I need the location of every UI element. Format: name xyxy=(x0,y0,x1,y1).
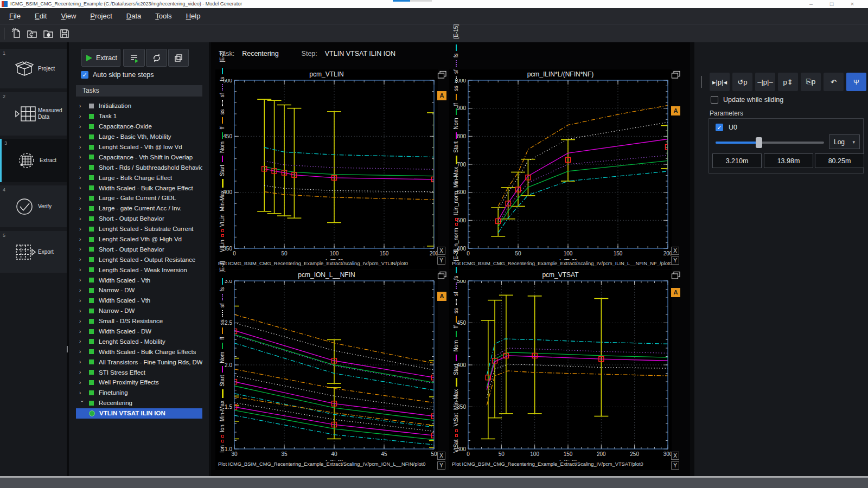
task-row[interactable]: ›Finetuning xyxy=(76,388,202,398)
chevron-collapsed-icon[interactable]: › xyxy=(79,216,85,222)
task-row[interactable]: ›Large - gate Current Acc / Inv. xyxy=(76,203,202,214)
chevron-collapsed-icon[interactable]: › xyxy=(79,298,85,304)
sidebar-item-measured-data[interactable]: 2 Measured Data xyxy=(0,92,67,136)
parameter-vertical-range-icon[interactable]: p⇕ xyxy=(778,73,798,91)
task-row[interactable]: ›Capacitance-Oxide xyxy=(76,121,202,132)
u0-checkbox[interactable]: ✓ xyxy=(716,124,723,131)
task-row[interactable]: ›Large - Bulk Charge Effect xyxy=(76,172,202,183)
chevron-collapsed-icon[interactable]: › xyxy=(79,369,85,375)
chevron-collapsed-icon[interactable]: › xyxy=(79,124,85,130)
chevron-collapsed-icon[interactable]: › xyxy=(79,287,85,293)
menu-item-file[interactable]: File xyxy=(2,8,28,24)
menu-item-help[interactable]: Help xyxy=(179,8,208,24)
duplicate-button[interactable] xyxy=(168,49,189,67)
u0-value-field[interactable]: 13.98m xyxy=(764,153,813,168)
maximize-button[interactable]: □ xyxy=(822,0,841,8)
menu-item-edit[interactable]: Edit xyxy=(28,8,54,24)
task-row[interactable]: ›Lenght Scaled Vth @ High Vd xyxy=(76,234,202,245)
update-while-sliding-checkbox[interactable] xyxy=(711,96,718,104)
chevron-collapsed-icon[interactable]: › xyxy=(79,103,85,109)
chevron-collapsed-icon[interactable]: › xyxy=(79,113,85,119)
chevron-collapsed-icon[interactable]: › xyxy=(79,267,85,273)
project-settings-button[interactable] xyxy=(40,26,56,41)
task-row[interactable]: ›Large - Basic Vth, Mobility xyxy=(76,132,202,142)
undo-icon[interactable]: ↶ xyxy=(824,73,844,91)
task-row[interactable]: ›Short - Output Behavior xyxy=(76,244,202,254)
x-axis-button[interactable]: X xyxy=(437,452,445,460)
task-row[interactable]: ›Width Scaled - Vth xyxy=(76,275,202,285)
chevron-expanded-icon[interactable]: › xyxy=(79,400,85,406)
x-axis-button[interactable]: X xyxy=(437,247,445,255)
chevron-collapsed-icon[interactable]: › xyxy=(79,164,85,170)
sidebar-item-project[interactable]: 1 Project xyxy=(0,49,67,88)
menu-item-data[interactable]: Data xyxy=(119,8,148,24)
plot-pcm-vtlin[interactable]: pcm_VTLIN050100150200350400450500L [E-9]… xyxy=(215,69,438,269)
task-row[interactable]: ›Width Scaled - Vth xyxy=(76,296,202,306)
task-row[interactable]: ›Width Scaled - Bulk Charge Effect xyxy=(76,183,202,193)
task-row[interactable]: ›Small - D/S Resistance xyxy=(76,316,202,326)
save-button[interactable] xyxy=(56,26,73,41)
plot-pcm-ilin[interactable]: pcm_ILIN*L/(NFIN*NF)05010015020040050060… xyxy=(449,69,672,269)
auto-skip-checkbox[interactable]: ✓ xyxy=(81,71,88,79)
scale-dropdown[interactable]: Log ▾ xyxy=(829,134,860,149)
chevron-collapsed-icon[interactable]: › xyxy=(79,195,85,201)
u0-max-field[interactable]: 80.25m xyxy=(815,153,864,168)
update-while-sliding-option[interactable]: Update while sliding xyxy=(711,96,783,104)
plot-canvas[interactable]: 30354045501.01.52.02.53.0L [E-9] xyxy=(215,280,438,461)
plot-maximize-icon[interactable] xyxy=(437,70,447,79)
task-row[interactable]: ›Lenght Scaled - Output Resistance xyxy=(76,254,202,265)
task-row[interactable]: ›STI Stress Effect xyxy=(76,367,202,377)
extract-run-button[interactable]: Extract xyxy=(81,49,120,67)
minimize-button[interactable]: – xyxy=(802,0,820,8)
task-row[interactable]: ›Lenght Scaled - Vth @ low Vd xyxy=(76,142,202,152)
autoscale-button[interactable]: A xyxy=(437,91,446,100)
copy-parameters-icon[interactable]: ⎘p xyxy=(801,73,821,91)
sidebar-item-export[interactable]: 5 Export xyxy=(0,231,67,273)
sidebar-item-extract[interactable]: 3 Extract xyxy=(0,139,67,182)
plot-maximize-icon[interactable] xyxy=(437,271,447,280)
center-parameter-icon[interactable]: ▸|p|◂ xyxy=(710,73,730,91)
task-row[interactable]: ›Short - Rds / Subthreadshold Behavior xyxy=(76,162,202,172)
chevron-collapsed-icon[interactable]: › xyxy=(79,185,85,191)
plot-canvas[interactable]: 050100150200350400450500L [E-9] xyxy=(215,79,438,260)
chevron-collapsed-icon[interactable]: › xyxy=(79,154,85,160)
chevron-collapsed-icon[interactable]: › xyxy=(79,236,85,242)
task-row[interactable]: ›All Transistors - Fine Tuning Rds, DW..… xyxy=(76,357,202,367)
task-row[interactable]: ›Length Scaled - Weak Inversion xyxy=(76,265,202,275)
task-row[interactable]: ›Short - Output Behavior xyxy=(76,214,202,224)
chevron-collapsed-icon[interactable]: › xyxy=(79,318,85,324)
task-row[interactable]: ›Lenght Scaled - Substrate Current xyxy=(76,224,202,234)
plot-maximize-icon[interactable] xyxy=(671,271,681,280)
new-project-button[interactable] xyxy=(8,26,24,41)
task-row[interactable]: ›Task 1 xyxy=(76,111,202,121)
sidebar-item-verify[interactable]: 4 Verify xyxy=(0,185,67,227)
chevron-collapsed-icon[interactable]: › xyxy=(79,144,85,150)
y-axis-button[interactable]: Y xyxy=(671,256,679,265)
chevron-collapsed-icon[interactable]: › xyxy=(79,359,85,365)
task-row[interactable]: ›Initialization xyxy=(76,101,202,111)
panel-splitter[interactable] xyxy=(701,76,701,88)
plot-maximize-icon[interactable] xyxy=(671,70,681,79)
task-row[interactable]: ›Narrow - DW xyxy=(76,306,202,316)
plot-canvas[interactable]: 050100150200250300300350400450500L [E-9] xyxy=(449,280,672,461)
refresh-button[interactable] xyxy=(146,49,167,67)
task-row[interactable]: ›Well Proximity Effects xyxy=(76,377,202,388)
reset-parameter-icon[interactable]: ↺p xyxy=(732,73,752,91)
close-button[interactable]: × xyxy=(843,0,861,8)
u0-slider[interactable] xyxy=(716,142,824,144)
chevron-collapsed-icon[interactable]: › xyxy=(79,206,85,211)
menu-item-view[interactable]: View xyxy=(54,8,83,24)
parameter-bounds-icon[interactable]: –|p|– xyxy=(755,73,775,91)
autoscale-button[interactable]: A xyxy=(671,288,680,297)
chevron-collapsed-icon[interactable]: › xyxy=(79,246,85,252)
x-axis-button[interactable]: X xyxy=(671,452,679,460)
chevron-collapsed-icon[interactable]: › xyxy=(79,390,85,396)
task-row[interactable]: ›Large - Gate Current / GIDL xyxy=(76,193,202,203)
auto-skip-option[interactable]: ✓ Auto skip tune steps xyxy=(81,71,154,79)
run-selected-button[interactable] xyxy=(123,49,145,67)
y-axis-button[interactable]: Y xyxy=(437,461,445,470)
chevron-collapsed-icon[interactable]: › xyxy=(79,338,85,344)
open-project-button[interactable] xyxy=(24,26,40,41)
chevron-collapsed-icon[interactable]: › xyxy=(79,226,85,232)
panel-splitter[interactable] xyxy=(67,346,68,352)
